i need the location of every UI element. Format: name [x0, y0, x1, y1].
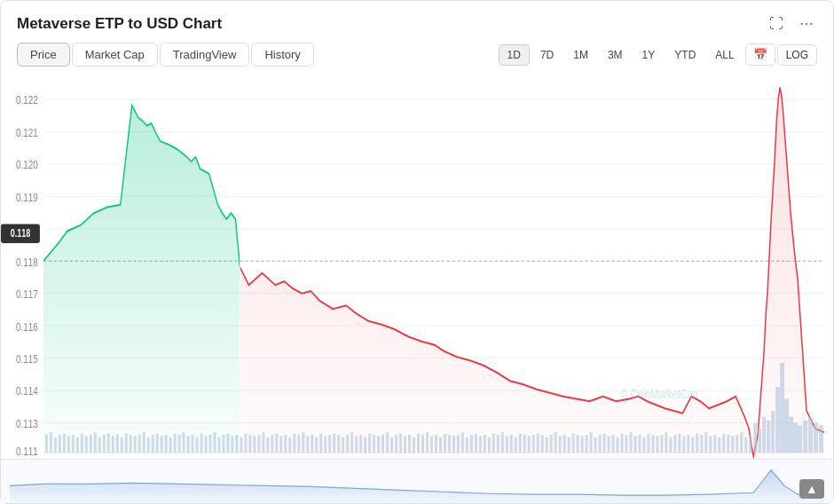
svg-rect-129 [488, 437, 491, 453]
svg-rect-53 [152, 435, 154, 453]
svg-rect-175 [691, 437, 694, 453]
time-btn-3m[interactable]: 3M [599, 44, 632, 66]
svg-rect-124 [466, 437, 468, 453]
svg-rect-64 [201, 434, 203, 453]
svg-text:0.119: 0.119 [16, 190, 38, 204]
svg-rect-31 [54, 437, 57, 453]
svg-rect-143 [550, 435, 553, 453]
expand-icon: ⛶ [769, 16, 783, 32]
tab-history[interactable]: History [251, 43, 313, 67]
svg-rect-132 [501, 432, 504, 453]
svg-rect-189 [753, 423, 757, 453]
svg-text:© CoinMarketCap: © CoinMarketCap [621, 387, 698, 402]
svg-rect-140 [537, 434, 539, 453]
svg-rect-144 [555, 432, 557, 453]
svg-text:0.120: 0.120 [16, 158, 38, 172]
svg-rect-155 [603, 434, 606, 453]
svg-rect-134 [510, 435, 513, 453]
svg-rect-135 [515, 437, 517, 453]
tab-price[interactable]: Price [17, 43, 70, 67]
svg-rect-70 [226, 434, 229, 453]
tabs-and-controls: Price Market Cap TradingView History 1D … [1, 43, 833, 75]
svg-rect-195 [780, 363, 784, 453]
tab-tradingview[interactable]: TradingView [160, 43, 250, 67]
svg-rect-148 [572, 434, 575, 453]
tab-market-cap[interactable]: Market Cap [72, 43, 158, 67]
calendar-button[interactable]: 📅 [745, 43, 775, 66]
svg-rect-93 [328, 435, 331, 453]
svg-rect-147 [568, 437, 570, 453]
svg-rect-34 [67, 436, 70, 453]
svg-rect-172 [678, 434, 681, 453]
svg-rect-110 [404, 436, 406, 453]
svg-rect-141 [541, 435, 544, 453]
svg-rect-184 [731, 436, 734, 453]
expand-button[interactable]: ⛶ [766, 14, 787, 34]
svg-rect-114 [421, 435, 424, 453]
svg-rect-87 [302, 432, 304, 453]
svg-rect-154 [599, 435, 602, 453]
svg-text:0.116: 0.116 [16, 319, 38, 334]
svg-rect-203 [819, 425, 823, 453]
svg-rect-61 [187, 436, 190, 453]
svg-rect-95 [337, 435, 340, 453]
svg-rect-73 [240, 437, 242, 453]
svg-rect-138 [528, 436, 531, 453]
svg-text:0.114: 0.114 [16, 384, 38, 398]
svg-rect-97 [346, 435, 349, 453]
price-chart: 0.122 0.121 0.120 0.119 0.118 0.118 0.11… [1, 75, 833, 459]
svg-rect-60 [183, 432, 185, 453]
svg-rect-98 [350, 432, 353, 453]
time-btn-ytd[interactable]: YTD [665, 44, 704, 66]
svg-rect-111 [408, 435, 411, 453]
svg-rect-103 [373, 435, 375, 453]
mini-chart-container: 1:04 PM 4:04 PM 7:04 PM 10:04 PM 12 4:04… [1, 459, 833, 503]
svg-rect-92 [324, 436, 327, 453]
svg-rect-37 [81, 434, 83, 453]
svg-rect-149 [577, 435, 579, 453]
time-btn-all[interactable]: ALL [706, 44, 743, 66]
svg-rect-139 [532, 435, 535, 453]
time-btn-1d[interactable]: 1D [499, 44, 530, 66]
svg-rect-33 [63, 434, 66, 453]
svg-rect-193 [771, 411, 775, 453]
svg-rect-133 [506, 436, 508, 453]
svg-rect-127 [479, 436, 482, 453]
svg-rect-177 [700, 435, 703, 453]
svg-rect-66 [209, 435, 212, 453]
svg-rect-55 [161, 436, 163, 453]
svg-rect-47 [125, 434, 128, 453]
svg-rect-186 [740, 432, 743, 453]
svg-rect-65 [205, 436, 208, 453]
time-btn-1y[interactable]: 1Y [633, 44, 665, 66]
svg-rect-156 [608, 436, 610, 453]
svg-rect-81 [275, 434, 278, 453]
svg-rect-63 [196, 437, 199, 453]
svg-rect-158 [617, 437, 619, 453]
svg-rect-198 [793, 423, 798, 453]
svg-rect-83 [284, 435, 287, 453]
svg-rect-69 [222, 435, 224, 453]
svg-rect-91 [319, 434, 322, 453]
svg-rect-49 [134, 436, 137, 453]
svg-rect-96 [342, 437, 344, 453]
log-button[interactable]: LOG [777, 44, 817, 66]
time-btn-1m[interactable]: 1M [564, 44, 597, 66]
svg-rect-181 [718, 437, 720, 453]
header-icons: ⛶ ⋯ [766, 13, 817, 34]
svg-rect-121 [452, 436, 455, 453]
svg-rect-128 [484, 435, 486, 453]
svg-rect-197 [789, 417, 793, 453]
svg-rect-130 [492, 434, 495, 453]
svg-rect-112 [413, 437, 415, 453]
time-btn-7d[interactable]: 7D [531, 44, 563, 66]
svg-rect-150 [581, 436, 584, 453]
svg-rect-104 [377, 436, 380, 453]
svg-rect-171 [673, 435, 676, 453]
svg-rect-136 [519, 434, 522, 453]
svg-rect-188 [749, 435, 751, 453]
more-button[interactable]: ⋯ [796, 13, 817, 34]
mini-chart [1, 460, 833, 503]
scroll-to-top-button[interactable]: ▲ [799, 479, 824, 499]
svg-rect-107 [390, 437, 393, 453]
